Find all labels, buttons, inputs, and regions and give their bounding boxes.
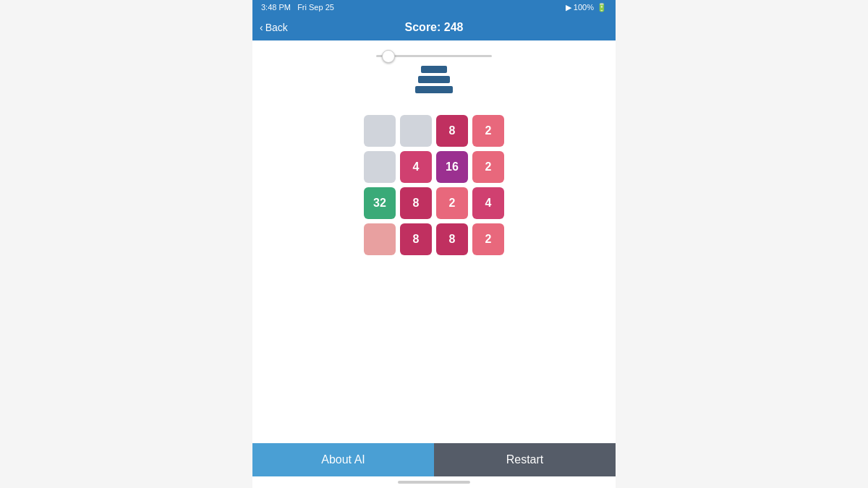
tile-3-1: 8 <box>400 223 432 255</box>
stack-layer-middle <box>418 76 450 83</box>
tile-0-3: 2 <box>472 115 504 147</box>
tile-3-0 <box>364 223 396 255</box>
tile-0-1 <box>400 115 432 147</box>
tile-0-0 <box>364 115 396 147</box>
bottom-buttons: About AI Restart <box>252 443 616 476</box>
status-time: 3:48 PM <box>261 3 291 12</box>
slider-thumb[interactable] <box>382 50 395 63</box>
nav-bar: ‹ Back Score: 248 <box>252 14 616 40</box>
tile-3-3: 2 <box>472 223 504 255</box>
status-bar: 3:48 PM Fri Sep 25 ▶ 100% 🔋 <box>252 0 616 14</box>
game-grid: 8 2 4 16 2 32 8 2 4 8 8 2 <box>364 115 504 255</box>
slider-track <box>376 55 492 57</box>
restart-button[interactable]: Restart <box>434 443 616 476</box>
home-bar <box>398 481 470 484</box>
battery-icon: 🔋 <box>597 3 607 12</box>
tile-1-1: 4 <box>400 151 432 183</box>
tile-2-0: 32 <box>364 187 396 219</box>
tile-1-2: 16 <box>436 151 468 183</box>
tile-2-1: 8 <box>400 187 432 219</box>
device-frame: 3:48 PM Fri Sep 25 ▶ 100% 🔋 ‹ Back Score… <box>252 0 616 488</box>
home-indicator <box>252 476 616 488</box>
status-date: Fri Sep 25 <box>297 3 334 12</box>
tile-2-2: 2 <box>436 187 468 219</box>
about-ai-button[interactable]: About AI <box>252 443 434 476</box>
tile-2-3: 4 <box>472 187 504 219</box>
tile-1-3: 2 <box>472 151 504 183</box>
score-title: Score: 248 <box>405 21 464 34</box>
tile-1-0 <box>364 151 396 183</box>
stack-layer-top <box>421 66 447 73</box>
back-button[interactable]: ‹ Back <box>260 22 288 33</box>
wifi-icon: ▶ 100% <box>566 3 594 12</box>
speed-slider[interactable] <box>376 55 492 57</box>
status-icons: ▶ 100% 🔋 <box>566 3 607 12</box>
tile-0-2: 8 <box>436 115 468 147</box>
stack-layer-bottom <box>415 86 453 93</box>
tile-3-2: 8 <box>436 223 468 255</box>
main-content: 8 2 4 16 2 32 8 2 4 8 8 2 <box>252 40 616 443</box>
chevron-left-icon: ‹ <box>260 22 263 33</box>
ai-logo-icon <box>415 66 453 93</box>
status-time-date: 3:48 PM Fri Sep 25 <box>261 3 334 12</box>
